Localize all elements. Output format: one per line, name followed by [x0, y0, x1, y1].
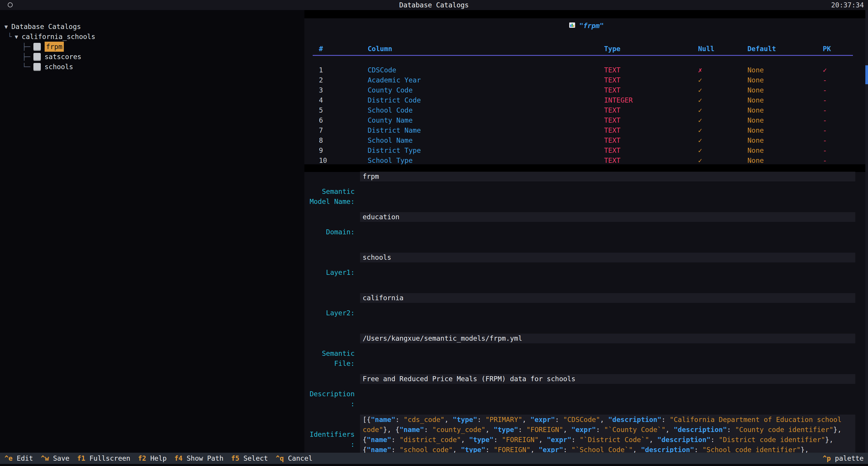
column-header-type[interactable]: Type — [604, 43, 698, 54]
shortcut-label: Fullscreen — [85, 455, 130, 462]
json-token: : — [563, 446, 571, 453]
cell-type: TEXT — [604, 135, 698, 145]
shortcut-help[interactable]: f2 Help — [138, 455, 167, 462]
field-label-line: Description — [304, 389, 355, 399]
cell-type: TEXT — [604, 125, 698, 135]
cell-pk: - — [823, 75, 853, 85]
shortcut-label: Select — [239, 455, 268, 462]
field-value-text: /Users/kangxue/semantic_models/frpm.yml — [363, 335, 522, 342]
shortcut-edit[interactable]: ^e Edit — [4, 455, 33, 462]
field-input[interactable]: education — [360, 212, 855, 222]
field-input[interactable]: frpm — [360, 172, 855, 181]
shortcut-show-path[interactable]: f4 Show Path — [174, 455, 223, 462]
column-header-default[interactable]: Default — [747, 43, 823, 54]
shortcut-fullscreen[interactable]: f1 Fullscreen — [77, 455, 130, 462]
json-token: , — [444, 416, 453, 424]
json-token: : — [391, 446, 400, 453]
tree-item-satscores[interactable]: ├─satscores — [0, 52, 304, 62]
cell-default: None — [747, 125, 823, 135]
page-title: Database Catalogs — [0, 0, 868, 10]
column-header-column[interactable]: Column — [368, 43, 604, 54]
header-underline — [313, 55, 853, 56]
cell-index: 8 — [313, 135, 368, 145]
table-row[interactable]: 10School TypeTEXT✓None- — [313, 155, 853, 165]
cell-pk: - — [823, 105, 853, 115]
tree-item-schools[interactable]: └─schools — [0, 62, 304, 72]
cell-column-name: County Name — [368, 115, 604, 125]
field-input[interactable]: california — [360, 293, 855, 303]
table-row[interactable]: 9District TypeTEXT✓None- — [313, 145, 853, 155]
json-token: "county_code" — [432, 426, 485, 434]
json-line: [{"name": "cds_code", "type": "PRIMARY",… — [363, 414, 855, 425]
scrollbar-thumb[interactable] — [865, 65, 868, 84]
cell-nullable: ✓ — [698, 115, 747, 125]
cell-pk: - — [823, 155, 853, 165]
shortcut-select[interactable]: f5 Select — [231, 455, 268, 462]
field-input[interactable]: Free and Reduced Price Meals (FRPM) data… — [360, 374, 855, 384]
json-token: : — [555, 416, 563, 424]
shortcut-label: palette — [831, 455, 864, 462]
table-header-row: # Column Type Null Default PK — [313, 43, 853, 54]
field-value-text: frpm — [363, 173, 379, 180]
json-token: "district_code" — [400, 436, 461, 443]
scrollbar[interactable] — [865, 10, 868, 453]
column-header-index[interactable]: # — [313, 43, 368, 54]
shortcut-save[interactable]: ^w Save — [41, 455, 69, 462]
cell-column-name: School Code — [368, 105, 604, 115]
cell-column-name: School Type — [368, 155, 604, 165]
table-row[interactable]: 6County NameTEXT✓None- — [313, 115, 853, 125]
json-token: "description" — [674, 426, 727, 434]
field-label: Identifiers: — [304, 429, 355, 449]
field-input[interactable]: schools — [360, 253, 855, 262]
table-row[interactable]: 1CDSCodeTEXT✗None✓ — [313, 65, 853, 75]
cell-column-name: County Code — [368, 85, 604, 95]
json-token: "description" — [608, 416, 661, 424]
json-token: , — [633, 446, 641, 453]
tree-connector: ├─ — [22, 43, 30, 51]
cell-type: TEXT — [604, 85, 698, 95]
cell-column-name: District Code — [368, 95, 604, 105]
table-row[interactable]: 4District CodeINTEGER✓None- — [313, 95, 853, 105]
table-row[interactable]: 3County CodeTEXT✓None- — [313, 85, 853, 95]
table-title-text: "frpm" — [579, 22, 604, 30]
cell-column-name: District Type — [368, 145, 604, 155]
cell-nullable: ✓ — [698, 95, 747, 105]
cell-index: 10 — [313, 155, 368, 165]
json-token: "expr" — [547, 436, 571, 443]
table-row[interactable]: 5School CodeTEXT✓None- — [313, 105, 853, 115]
tree-item-label: frpm — [44, 42, 64, 52]
shortcut-palette[interactable]: ^p palette — [823, 455, 864, 462]
tree-item-root[interactable]: ▼Database Catalogs — [0, 22, 304, 32]
table-row[interactable]: 8School NameTEXT✓None- — [313, 135, 853, 145]
json-token: "type" — [494, 426, 518, 434]
field-label-line: Identifiers — [304, 429, 355, 439]
json-token: "FOREIGN" — [502, 436, 539, 443]
cell-pk: - — [823, 115, 853, 125]
field-label: SemanticFile: — [304, 348, 355, 369]
shortcut-cancel[interactable]: ^q Cancel — [276, 455, 313, 462]
json-line: code"}, {"name": "county_code", "type": … — [363, 425, 855, 435]
table-row[interactable]: 2Academic YearTEXT✓None- — [313, 75, 853, 85]
json-token: , — [665, 426, 674, 434]
json-token: "County code identifier" — [735, 426, 833, 434]
cell-default: None — [747, 75, 823, 85]
cell-type: TEXT — [604, 155, 698, 165]
cell-index: 2 — [313, 75, 368, 85]
titlebar: Database Catalogs 20:37:34 — [0, 0, 868, 10]
field-label-line: Semantic — [304, 186, 355, 196]
json-token: { — [363, 446, 367, 453]
field-label-line: : — [304, 399, 355, 409]
tree-item-california_schools[interactable]: └▼california_schools — [0, 32, 304, 42]
field-label: SemanticModel Name: — [304, 186, 355, 207]
identifiers-input[interactable]: [{"name": "cds_code", "type": "PRIMARY",… — [360, 414, 855, 453]
statusbar-right: ^p palette — [823, 455, 864, 462]
cell-nullable: ✓ — [698, 145, 747, 155]
field-input[interactable]: /Users/kangxue/semantic_models/frpm.yml — [360, 334, 855, 343]
shortcut-label: Cancel — [284, 455, 312, 462]
json-token: "School code identifier" — [702, 446, 800, 453]
tree-item-frpm[interactable]: ├─frpm — [0, 42, 304, 52]
table-row[interactable]: 7District NameTEXT✓None- — [313, 125, 853, 135]
column-header-null[interactable]: Null — [698, 43, 747, 54]
column-header-pk[interactable]: PK — [823, 43, 853, 54]
statusbar: ^e Edit^w Savef1 Fullscreenf2 Helpf4 Sho… — [0, 453, 868, 464]
